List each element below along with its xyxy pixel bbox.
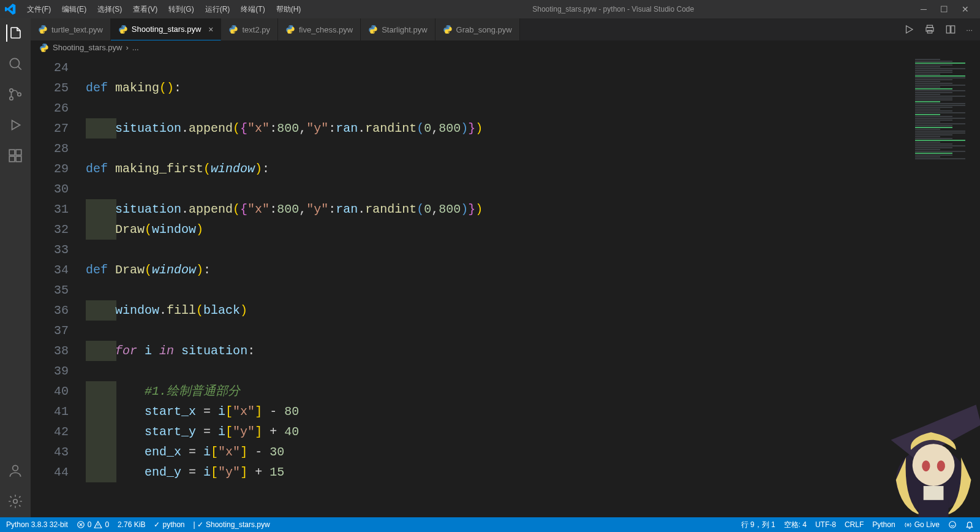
tab-label: turtle_text.pyw [51,25,103,34]
code-line[interactable]: Draw(window) [86,219,913,240]
line-number: 33 [31,240,69,260]
menu-item-3[interactable]: 查看(V) [128,2,162,17]
svg-point-9 [13,500,18,504]
python-file-icon [38,25,48,34]
status-feedback-icon[interactable] [948,520,957,529]
status-language[interactable]: Python [872,520,895,529]
tab-grab_song-pyw[interactable]: Grab_song.pyw [435,18,520,40]
status-eol[interactable]: CRLF [845,520,864,529]
breadcrumb-trail[interactable]: ... [132,43,139,52]
menu-item-5[interactable]: 运行(R) [200,2,235,17]
run-icon[interactable] [903,24,914,35]
menu-item-0[interactable]: 文件(F) [22,2,56,17]
tab-five_chess-pyw[interactable]: five_chess.pyw [278,18,361,40]
code-line[interactable]: start_x = i["x"] - 80 [86,401,913,422]
menu-item-4[interactable]: 转到(G) [164,2,198,17]
code-line[interactable]: window.fill(black) [86,300,913,321]
editor-actions: ··· [903,18,980,40]
status-bar: Python 3.8.3 32-bit 0 0 2.76 KiB ✓ pytho… [0,517,980,532]
code-line[interactable]: situation.append({"x":800,"y":ran.randin… [86,118,913,139]
line-number: 32 [31,219,69,240]
line-number: 40 [31,381,69,401]
status-encoding[interactable]: UTF-8 [815,520,836,529]
explorer-icon[interactable] [6,25,23,42]
tab-label: Starlight.pyw [382,25,427,34]
code-line[interactable]: def making_first(window): [86,159,913,179]
code-line[interactable]: def making(): [86,78,913,98]
print-icon[interactable] [924,24,935,35]
line-number: 24 [31,58,69,78]
menu-item-2[interactable]: 选择(S) [92,2,127,17]
code-line[interactable]: start_y = i["y"] + 40 [86,422,913,442]
settings-gear-icon[interactable] [7,493,24,510]
status-line-col[interactable]: 行 9，列 1 [741,520,775,530]
run-debug-icon[interactable] [7,116,24,134]
menu-item-6[interactable]: 终端(T) [236,2,270,17]
python-file-icon [285,25,295,34]
code-line[interactable] [86,139,913,159]
line-number: 37 [31,321,69,341]
code-line[interactable] [86,98,913,118]
more-actions-icon[interactable]: ··· [966,25,973,34]
code-editor[interactable]: 2425262728293031323334353637383940414243… [31,55,980,517]
tab-shooting_stars-pyw[interactable]: Shooting_stars.pyw× [111,18,222,40]
line-number: 43 [31,442,69,462]
menu-item-1[interactable]: 编辑(E) [57,2,91,17]
svg-point-22 [907,523,909,525]
code-line[interactable]: #1.绘制普通部分 [86,381,913,401]
status-indent[interactable]: 空格: 4 [784,520,807,530]
line-number: 29 [31,159,69,179]
breadcrumb-file[interactable]: Shooting_stars.pyw [53,43,122,52]
status-problems[interactable]: 0 0 [77,520,109,529]
split-editor-icon[interactable] [945,24,956,35]
status-python-version[interactable]: Python 3.8.3 32-bit [6,520,68,529]
code-line[interactable] [86,280,913,300]
svg-point-2 [10,97,13,100]
line-number: 28 [31,139,69,159]
code-line[interactable]: situation.append({"x":800,"y":ran.randin… [86,199,913,219]
python-file-icon [228,25,238,34]
status-filesize[interactable]: 2.76 KiB [118,520,145,529]
svg-point-0 [10,58,19,67]
status-warnings-count: 0 [105,520,109,529]
status-errors-count: 0 [88,520,92,529]
line-number: 35 [31,280,69,300]
tab-turtle_text-pyw[interactable]: turtle_text.pyw [31,18,111,40]
status-bell-icon[interactable] [965,520,974,529]
line-number: 38 [31,341,69,361]
line-number-gutter: 2425262728293031323334353637383940414243… [31,55,86,517]
svg-rect-7 [16,156,21,162]
maximize-button[interactable]: ☐ [940,4,948,14]
extensions-icon[interactable] [7,147,24,164]
python-file-icon [443,25,453,34]
code-line[interactable]: end_x = i["x"] - 30 [86,442,913,462]
code-line[interactable] [86,240,913,260]
tab-close-icon[interactable]: × [208,25,213,34]
code-content[interactable]: def making(): situation.append({"x":800,… [86,55,913,517]
editor-tabs: turtle_text.pywShooting_stars.pyw×text2.… [31,18,980,40]
tab-label: Shooting_stars.pyw [132,25,201,34]
code-line[interactable]: end_y = i["y"] + 15 [86,462,913,482]
minimize-button[interactable]: ─ [921,4,927,14]
close-button[interactable]: ✕ [962,4,969,14]
code-line[interactable]: def Draw(window): [86,260,913,280]
status-golive[interactable]: Go Live [904,520,940,529]
accounts-icon[interactable] [7,462,24,479]
breadcrumb[interactable]: Shooting_stars.pyw › ... [31,40,980,55]
code-line[interactable] [86,361,913,381]
python-file-icon [39,43,49,53]
tab-starlight-pyw[interactable]: Starlight.pyw [361,18,435,40]
code-line[interactable]: for i in situation: [86,341,913,361]
line-number: 42 [31,422,69,442]
status-file[interactable]: | ✓ Shooting_stars.pyw [194,520,270,529]
svg-rect-4 [9,150,15,155]
status-kernel[interactable]: ✓ python [154,520,184,529]
code-line[interactable] [86,58,913,78]
code-line[interactable] [86,321,913,341]
search-icon[interactable] [7,55,24,72]
menu-item-7[interactable]: 帮助(H) [271,2,306,17]
code-line[interactable] [86,179,913,199]
minimap[interactable] [913,55,980,517]
tab-text2-py[interactable]: text2.py [221,18,278,40]
source-control-icon[interactable] [7,86,24,103]
